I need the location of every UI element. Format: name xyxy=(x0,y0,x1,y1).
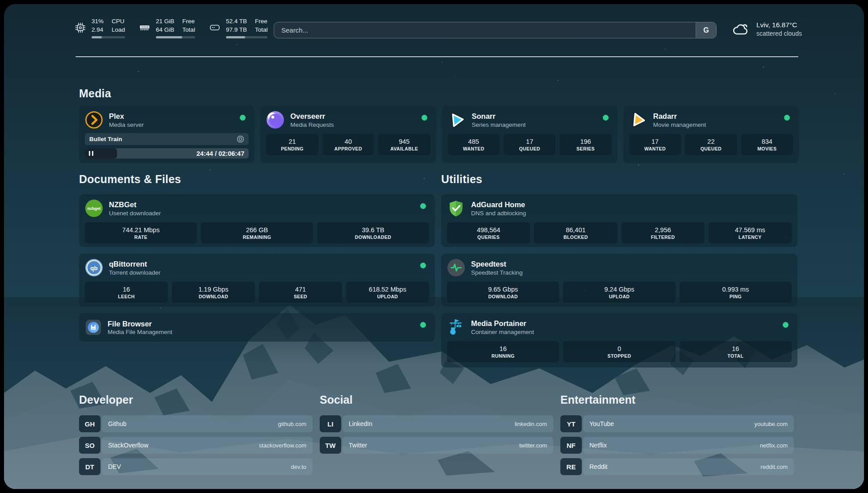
service-card-plex[interactable]: Plex Media server Bullet Train 24:44 / 0… xyxy=(79,106,255,163)
service-card-qbittorrent[interactable]: qb qBittorrent Torrent downloader 16 LEE… xyxy=(79,254,435,306)
service-card-overseerr[interactable]: Overseerr Media Requests 21 PENDING 40 A… xyxy=(260,106,436,163)
stat-value: 945 xyxy=(399,138,409,145)
stat-label: STOPPED xyxy=(608,353,631,359)
weather-widget: Lviv, 16.87°C scattered clouds xyxy=(731,21,802,37)
speedtest-icon xyxy=(447,259,465,277)
service-subtitle: Media server xyxy=(109,121,144,128)
search-provider-button[interactable]: G xyxy=(696,22,716,38)
stat-box: 16 RUNNING xyxy=(447,341,559,362)
service-subtitle: Movie management xyxy=(653,121,706,128)
pause-icon xyxy=(89,151,93,156)
stat-label: APPROVED xyxy=(334,146,362,151)
stat-box: 47.569 ms LATENCY xyxy=(709,222,792,243)
cpu-progress-bar xyxy=(92,36,125,38)
stat-box: 945 AVAILABLE xyxy=(378,134,430,155)
stat-box: 22 QUEUED xyxy=(685,134,737,155)
service-subtitle: Media Requests xyxy=(290,121,334,128)
nzbget-icon: nzbget xyxy=(85,199,103,217)
bookmark-url: dev.to xyxy=(291,464,306,470)
playback-time: 24:44 / 02:06:47 xyxy=(196,150,249,157)
bookmark-stackoverflow[interactable]: SO StackOverflow stackoverflow.com xyxy=(79,437,313,454)
bookmark-name: StackOverflow xyxy=(108,442,148,449)
weather-condition: scattered clouds xyxy=(756,30,802,37)
stat-box: 834 MOVIES xyxy=(741,134,793,155)
bookmark-url: stackoverflow.com xyxy=(259,442,306,449)
service-card-filebrowser[interactable]: File Browser Media File Management xyxy=(79,313,435,342)
bookmarks-social: Social LI LinkedIn linkedin.com TW Twitt… xyxy=(320,393,553,458)
memory-total-label: Total xyxy=(182,26,195,34)
stat-label: QUERIES xyxy=(477,234,500,240)
stat-label: QUEUED xyxy=(519,146,540,151)
service-title: Media Portainer xyxy=(471,319,534,328)
service-card-sonarr[interactable]: Sonarr Series management 485 WANTED 17 Q… xyxy=(442,106,618,163)
service-title: AdGuard Home xyxy=(471,200,526,209)
plex-icon xyxy=(85,111,103,129)
qbittorrent-icon: qb xyxy=(85,259,103,277)
stat-box: 498,564 QUERIES xyxy=(447,222,530,243)
stat-value: 1.19 Gbps xyxy=(199,286,229,293)
sonarr-icon xyxy=(448,111,466,129)
bookmark-reddit[interactable]: RE Reddit reddit.com xyxy=(560,458,794,475)
stat-label: MOVIES xyxy=(757,146,776,151)
service-card-speedtest[interactable]: Speedtest Speedtest Tracking 9.65 Gbps D… xyxy=(441,254,797,306)
bookmark-name: LinkedIn xyxy=(349,420,372,427)
bookmark-abbr: RE xyxy=(560,458,582,475)
stat-box: 17 WANTED xyxy=(629,134,681,155)
service-title: Plex xyxy=(109,112,144,121)
weather-location-temp: Lviv, 16.87°C xyxy=(756,21,802,30)
stat-label: PENDING xyxy=(281,146,304,151)
adguard-icon xyxy=(447,199,465,217)
resource-widgets: 31% 2.94 CPU Load xyxy=(74,17,267,38)
stat-box: 471 SEED xyxy=(259,282,342,303)
stat-label: DOWNLOAD xyxy=(199,294,228,299)
stat-label: DOWNLOAD xyxy=(488,294,518,299)
stat-box: 16 TOTAL xyxy=(680,341,792,362)
bookmark-twitter[interactable]: TW Twitter twitter.com xyxy=(320,437,553,454)
bookmarks-developer: Developer GH Github github.com SO StackO… xyxy=(79,393,313,480)
service-card-nzbget[interactable]: nzbget NZBGet Usenet downloader 744.21 M… xyxy=(79,194,435,247)
stat-value: 17 xyxy=(526,138,533,145)
service-card-portainer[interactable]: Media Portainer Container management 16 … xyxy=(441,313,797,368)
video-session-icon xyxy=(237,135,244,143)
bookmark-abbr: SO xyxy=(79,437,100,454)
documents-column: nzbget NZBGet Usenet downloader 744.21 M… xyxy=(79,194,435,342)
bookmarks-entertainment: Entertainment YT YouTube youtube.com NF … xyxy=(560,393,794,480)
svg-text:qb: qb xyxy=(90,265,97,272)
bookmark-name: YouTube xyxy=(589,420,614,427)
stat-label: WANTED xyxy=(644,146,666,151)
bookmark-linkedin[interactable]: LI LinkedIn linkedin.com xyxy=(320,415,553,432)
status-dot xyxy=(783,322,789,328)
section-heading-utilities: Utilities xyxy=(441,173,482,186)
status-dot xyxy=(420,203,426,209)
stat-value: 744.21 Mbps xyxy=(122,226,160,234)
bookmark-github[interactable]: GH Github github.com xyxy=(79,415,313,432)
bookmark-dev[interactable]: DT DEV dev.to xyxy=(79,458,313,475)
dashboard: 31% 2.94 CPU Load xyxy=(4,4,864,489)
cpu-progress-fill xyxy=(92,36,102,38)
stat-label: LEECH xyxy=(118,294,135,299)
stat-label: LATENCY xyxy=(739,234,762,240)
filebrowser-icon xyxy=(85,319,102,336)
bookmark-netflix[interactable]: NF Netflix netflix.com xyxy=(560,437,794,454)
playback-progress-fill xyxy=(85,148,117,159)
bookmark-youtube[interactable]: YT YouTube youtube.com xyxy=(560,415,794,432)
bookmark-abbr: LI xyxy=(320,415,341,432)
search-input[interactable] xyxy=(274,22,696,38)
stat-label: UPLOAD xyxy=(377,294,398,299)
memory-progress-bar xyxy=(156,36,195,38)
cloud-icon xyxy=(731,21,751,36)
stat-box: 0.993 ms PING xyxy=(680,282,792,303)
disk-total-label: Total xyxy=(255,26,268,34)
service-subtitle: DNS and adblocking xyxy=(471,210,526,217)
stat-label: WANTED xyxy=(463,146,484,151)
stat-label: RATE xyxy=(134,234,147,240)
service-card-radarr[interactable]: Radarr Movie management 17 WANTED 22 QUE… xyxy=(623,106,799,163)
stat-label: SERIES xyxy=(576,146,595,151)
disk-free-label: Free xyxy=(255,17,268,26)
stat-value: 16 xyxy=(123,286,130,293)
section-heading-media: Media xyxy=(79,87,111,100)
bookmark-name: DEV xyxy=(108,463,121,470)
bookmark-name: Github xyxy=(108,420,126,427)
service-card-adguard[interactable]: AdGuard Home DNS and adblocking 498,564 … xyxy=(441,194,797,247)
stat-label: REMAINING xyxy=(243,234,271,240)
